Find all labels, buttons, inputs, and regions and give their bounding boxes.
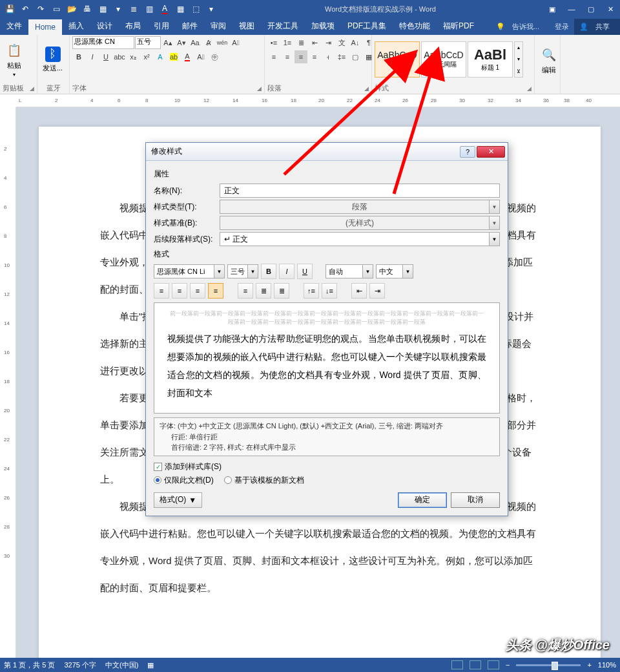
subscript-icon[interactable]: x₂ (127, 50, 140, 63)
tab-developer[interactable]: 开发工具 (261, 17, 305, 35)
qat-customize-icon[interactable]: ▾ (204, 2, 218, 16)
next-style-select[interactable]: ↵ 正文▼ (220, 232, 500, 246)
style-no-spacing[interactable]: AaBbCcD ↵ 无间隔 (421, 41, 466, 78)
dec-indent-icon[interactable]: ⇤ (308, 36, 321, 49)
based-on-template-radio[interactable] (224, 476, 232, 484)
sort-icon[interactable]: A↓ (349, 36, 362, 49)
chevron-down-icon[interactable]: ▼ (489, 233, 499, 246)
superscript-icon[interactable]: x² (140, 50, 153, 63)
align-left-icon[interactable]: ≡ (267, 50, 280, 63)
chevron-down-icon[interactable]: ▼ (214, 265, 224, 278)
chevron-down-icon[interactable]: ▼ (402, 265, 413, 278)
new-icon[interactable]: ▭ (49, 2, 63, 16)
qat-table-icon[interactable]: ▦ (173, 2, 187, 16)
styles-launcher-icon[interactable]: ◢ (524, 85, 532, 92)
minimize-icon[interactable]: — (562, 0, 581, 18)
word-count[interactable]: 3275 个字 (64, 660, 96, 670)
only-this-doc-radio[interactable] (154, 476, 161, 484)
web-layout-icon[interactable] (488, 660, 499, 669)
macro-icon[interactable]: ▦ (147, 661, 154, 669)
distribute-icon[interactable]: ⫞ (322, 50, 335, 63)
print-layout-icon[interactable] (470, 660, 481, 669)
single-spacing-button[interactable]: ≡ (238, 283, 253, 299)
font-color-icon[interactable]: A (181, 50, 194, 63)
underline-icon[interactable]: U (99, 50, 112, 63)
chevron-down-icon[interactable]: ▼ (247, 265, 258, 278)
styles-expand-icon[interactable]: ⊻ (515, 68, 522, 74)
read-mode-icon[interactable] (451, 660, 463, 669)
styles-scroll-up-icon[interactable]: ▴ (515, 45, 522, 50)
print-icon[interactable]: 🖶 (80, 2, 94, 16)
shrink-font-icon[interactable]: A▾ (175, 36, 188, 49)
zoom-slider[interactable] (516, 664, 581, 666)
format-bold-icon[interactable]: B (261, 264, 276, 279)
find-icon[interactable]: ▦ (96, 2, 110, 16)
inc-indent-icon[interactable]: ⇥ (322, 36, 335, 49)
tab-review[interactable]: 审阅 (204, 17, 232, 35)
login-button[interactable]: 登录 (550, 19, 574, 35)
qat-more-icon[interactable]: ▾ (111, 2, 125, 16)
styles-scroll-down-icon[interactable]: ▾ (515, 56, 522, 62)
help-icon[interactable]: ? (460, 146, 475, 158)
format-font-color-select[interactable]: 自动▼ (326, 264, 373, 278)
save-icon[interactable]: 💾 (3, 2, 17, 16)
indent-dec-button[interactable]: ⇤ (351, 283, 367, 299)
shading-icon[interactable]: ▢ (349, 50, 362, 63)
tab-addins[interactable]: 加载项 (305, 17, 341, 35)
grow-font-icon[interactable]: A▴ (161, 36, 174, 49)
close-icon[interactable]: ✕ (601, 0, 620, 18)
align-right-icon[interactable]: ≡ (294, 50, 307, 63)
char-border-icon[interactable]: A⃞ (229, 36, 242, 49)
paragraph-launcher-icon[interactable]: ◢ (362, 85, 369, 92)
vertical-ruler[interactable]: 246 81012 141618 202224 262830 (0, 107, 16, 658)
qat-columns-icon[interactable]: ▥ (142, 2, 156, 16)
indent-inc-button[interactable]: ⇥ (369, 283, 385, 299)
format-font-size-select[interactable]: 三号▼ (227, 264, 258, 278)
format-lang-select[interactable]: 中文▼ (376, 264, 413, 278)
format-underline-icon[interactable]: U (297, 264, 313, 279)
text-effects-icon[interactable]: A (154, 50, 167, 63)
tab-home[interactable]: Home (28, 19, 62, 35)
tab-file[interactable]: 文件 (0, 17, 28, 35)
highlight-icon[interactable]: ab (167, 50, 180, 63)
ribbon-options-icon[interactable]: ▣ (542, 0, 562, 18)
qat-selectall-icon[interactable]: ⬚ (189, 2, 203, 16)
multilevel-icon[interactable]: ≣ (294, 36, 307, 49)
onehalf-spacing-button[interactable]: ≣ (256, 283, 271, 299)
change-case-icon[interactable]: Aa (189, 36, 202, 49)
redo-icon[interactable]: ↷ (34, 2, 48, 16)
style-name-input[interactable]: 正文 (220, 184, 500, 198)
zoom-in-icon[interactable]: + (587, 661, 591, 669)
horizontal-ruler[interactable]: L 246 81012 141618 202224 262830 323436 … (16, 94, 620, 107)
char-shading-icon[interactable]: A⃝ (194, 50, 207, 63)
dialog-close-icon[interactable]: ✕ (477, 146, 505, 158)
dialog-title-bar[interactable]: 修改样式 ? ✕ (146, 143, 508, 161)
italic-icon[interactable]: I (86, 50, 99, 63)
tab-special[interactable]: 特色功能 (393, 17, 437, 35)
line-spacing-icon[interactable]: ‡≡ (335, 50, 348, 63)
format-italic-icon[interactable]: I (279, 264, 294, 279)
tab-design[interactable]: 设计 (90, 17, 119, 35)
clear-format-icon[interactable]: A̷ (202, 36, 215, 49)
double-spacing-button[interactable]: ≣ (274, 283, 289, 299)
align-justify-icon[interactable]: ≡ (308, 50, 321, 63)
space-before-dec-button[interactable]: ↓≡ (322, 283, 337, 299)
language-indicator[interactable]: 中文(中国) (105, 660, 138, 670)
zoom-level[interactable]: 110% (598, 661, 616, 669)
align-left-button[interactable]: ≡ (154, 283, 169, 299)
ok-button[interactable]: 确定 (398, 492, 447, 508)
phonetic-icon[interactable]: wén (216, 36, 229, 49)
format-dropdown-button[interactable]: 格式(O) ▼ (154, 492, 202, 508)
style-normal[interactable]: AaBbCcD ↵ 正文 (375, 41, 420, 78)
align-right-button[interactable]: ≡ (190, 283, 205, 299)
qat-outline-icon[interactable]: ≣ (127, 2, 141, 16)
strike-icon[interactable]: abc (113, 50, 126, 63)
zoom-out-icon[interactable]: − (506, 661, 510, 669)
enclose-icon[interactable]: ㊥ (208, 50, 221, 63)
cancel-button[interactable]: 取消 (451, 492, 500, 508)
font-launcher-icon[interactable]: ◢ (254, 85, 262, 92)
format-font-family-select[interactable]: 思源黑体 CN Li▼ (154, 264, 225, 278)
undo-icon[interactable]: ↶ (18, 2, 32, 16)
tab-references[interactable]: 引用 (147, 17, 176, 35)
font-family-select[interactable]: 思源黑体 CN (72, 36, 134, 49)
